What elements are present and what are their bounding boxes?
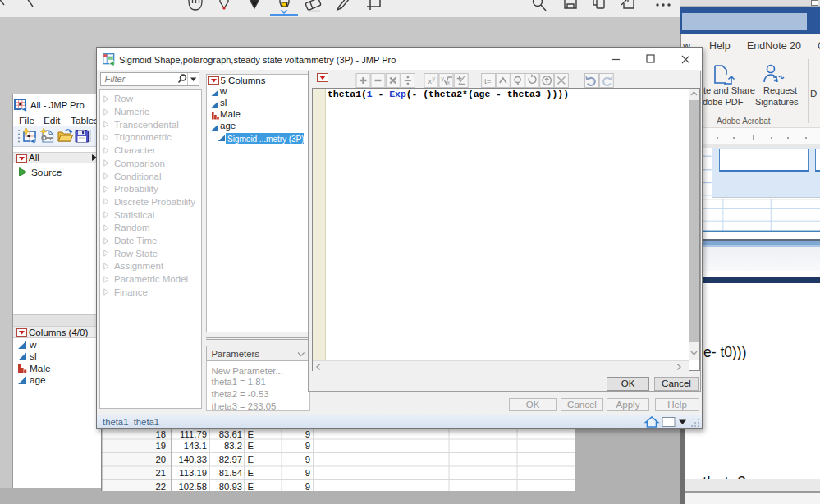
svg-text:y: y — [442, 75, 445, 81]
svg-text:x: x — [447, 79, 451, 85]
svg-text:y: y — [432, 75, 435, 81]
svg-text:t=: t= — [484, 76, 492, 85]
